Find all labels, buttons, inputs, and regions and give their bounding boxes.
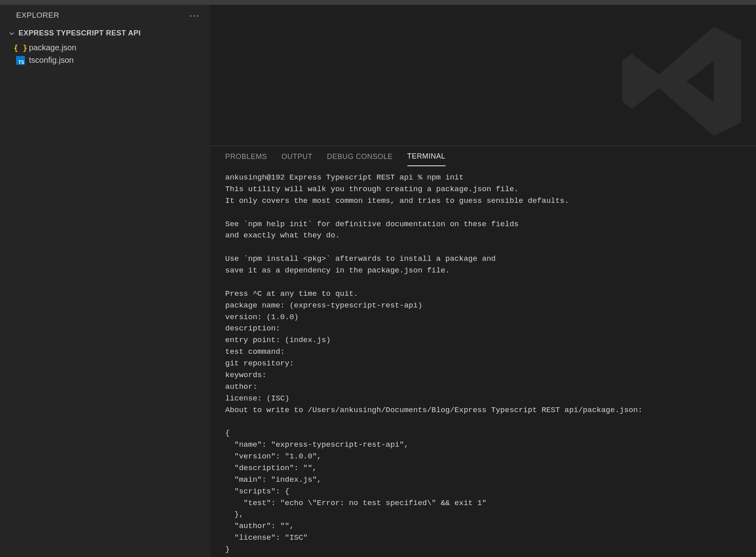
editor-empty-state: [211, 5, 756, 146]
project-name: EXPRESS TYPESCRIPT REST API: [18, 29, 141, 37]
ts-icon: TS: [16, 56, 25, 65]
file-item-package-json[interactable]: { } package.json: [0, 41, 210, 54]
terminal-output[interactable]: ankusingh@192 Express Typescript REST ap…: [211, 167, 756, 557]
vscode-window: EXPLORER ··· EXPRESS TYPESCRIPT REST API…: [0, 0, 756, 557]
main-layout: EXPLORER ··· EXPRESS TYPESCRIPT REST API…: [0, 5, 756, 557]
file-item-tsconfig-json[interactable]: TS tsconfig.json: [0, 54, 210, 66]
editor-area: PROBLEMS OUTPUT DEBUG CONSOLE TERMINAL a…: [211, 5, 756, 557]
explorer-title: EXPLORER: [16, 11, 59, 20]
titlebar: [0, 0, 756, 5]
file-label: package.json: [29, 43, 76, 52]
tab-problems[interactable]: PROBLEMS: [225, 148, 267, 166]
bottom-panel: PROBLEMS OUTPUT DEBUG CONSOLE TERMINAL a…: [211, 146, 756, 557]
file-list: { } package.json TS tsconfig.json: [0, 41, 210, 66]
explorer-header: EXPLORER ···: [0, 5, 210, 26]
more-actions-icon[interactable]: ···: [186, 8, 203, 23]
file-label: tsconfig.json: [29, 56, 74, 65]
vscode-watermark-icon: [611, 13, 748, 146]
panel-tabs: PROBLEMS OUTPUT DEBUG CONSOLE TERMINAL: [211, 146, 756, 167]
json-icon: { }: [16, 43, 25, 52]
project-header[interactable]: EXPRESS TYPESCRIPT REST API: [0, 26, 210, 41]
tab-output[interactable]: OUTPUT: [281, 148, 312, 166]
chevron-down-icon: [8, 30, 15, 37]
tab-debug-console[interactable]: DEBUG CONSOLE: [327, 148, 393, 166]
explorer-sidebar: EXPLORER ··· EXPRESS TYPESCRIPT REST API…: [0, 5, 211, 557]
tab-terminal[interactable]: TERMINAL: [407, 147, 446, 166]
